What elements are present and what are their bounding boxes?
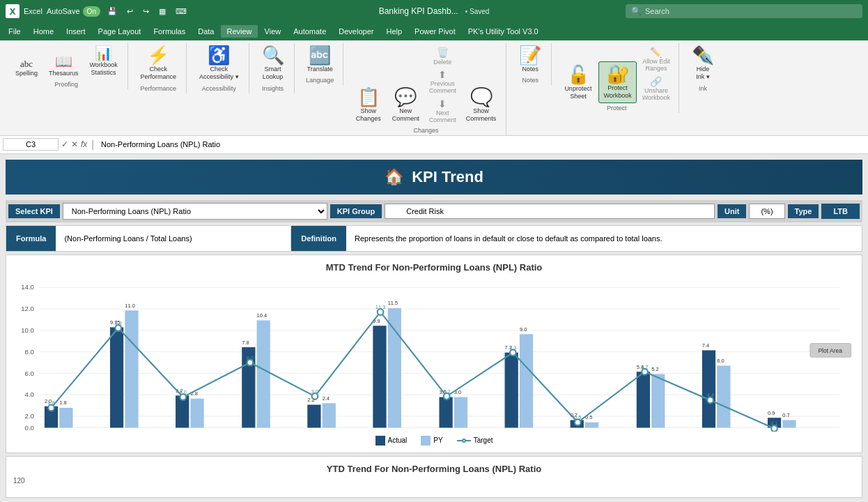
formula-fx-icon[interactable]: fx	[81, 139, 87, 149]
menu-pk-utility[interactable]: PK's Utility Tool V3.0	[463, 25, 544, 38]
ribbon-insights-items: 🔍 SmartLookup	[258, 43, 288, 84]
home-icon[interactable]: 🏠	[385, 168, 403, 186]
ribbon-group-proofing: abc Spelling 📖 Thesaurus 📊 WorkbookStati…	[6, 43, 128, 89]
allow-edit-ranges-icon: ✏️	[650, 47, 662, 57]
check-performance-icon: ⚡	[147, 46, 169, 64]
kpi-selector[interactable]: Non-Performing Loans (NPL) Ratio	[63, 203, 327, 220]
definition-value: Represents the proportion of loans in de…	[346, 229, 862, 248]
formula-input[interactable]	[98, 139, 865, 150]
svg-text:8.0: 8.0	[247, 354, 254, 360]
svg-rect-52	[520, 334, 533, 427]
menu-review[interactable]: Review	[221, 25, 257, 38]
check-performance-button[interactable]: ⚡ CheckPerformance	[137, 43, 181, 84]
definition-label: Definition	[291, 226, 346, 251]
spelling-label: Spelling	[15, 70, 38, 77]
allow-edit-ranges-button[interactable]: ✏️ Allow EditRanges	[640, 46, 673, 74]
svg-text:4.0: 4.0	[25, 390, 35, 398]
notes-icon: 📝	[519, 46, 541, 64]
svg-rect-17	[59, 407, 72, 427]
unshare-workbook-button[interactable]: 🔗 UnshareWorkbook	[640, 75, 673, 103]
ytd-chart-container: YTD Trend For Non-Performing Loans (NPL)…	[6, 456, 862, 498]
notes-button[interactable]: 📝 Notes	[515, 43, 545, 75]
mtd-chart-svg[interactable]: 14.0 12.0 10.0 8.0 6.0 4.0 2.0 0.0	[13, 278, 855, 432]
autosave-state[interactable]: On	[83, 6, 100, 17]
svg-rect-61	[637, 372, 650, 427]
show-changes-label: ShowChanges	[356, 107, 381, 123]
svg-text:7.8: 7.8	[242, 339, 249, 345]
formula-cell: Formula (Non-Performing Loans / Total Lo…	[6, 226, 291, 251]
search-input[interactable]	[626, 4, 862, 18]
legend-py-box	[421, 436, 431, 446]
menu-automate[interactable]: Automate	[288, 25, 332, 38]
ribbon-protect-items: 🔓 UnprotectSheet 🔐 ProtectWorkbook ✏️ Al…	[560, 43, 673, 103]
next-comment-label: NextComment	[429, 110, 456, 124]
svg-rect-67	[717, 365, 730, 427]
previous-comment-button[interactable]: ⬆ PreviousComment	[426, 68, 459, 96]
formula-value: (Non-Performing Loans / Total Loans)	[56, 229, 291, 248]
svg-text:1.8: 1.8	[59, 400, 66, 406]
svg-rect-66	[702, 350, 715, 427]
mtd-chart-title: MTD Trend For Non-Performing Loans (NPL)…	[13, 262, 855, 273]
ribbon-group-changes: 📋 ShowChanges 💬 NewComment 🗑️ Delete ⬆ P…	[346, 43, 507, 135]
menu-data[interactable]: Data	[192, 25, 219, 38]
menu-page-layout[interactable]: Page Layout	[93, 25, 147, 38]
svg-text:10.4: 10.4	[257, 312, 268, 319]
formula-cancel-icon[interactable]: ✕	[71, 139, 78, 149]
save-button[interactable]: 💾	[104, 6, 120, 17]
next-comment-button[interactable]: ⬇ NextComment	[426, 98, 459, 126]
more-tools-button[interactable]: ⌨	[173, 6, 189, 17]
excel-icon: X	[6, 4, 20, 18]
delete-comment-button[interactable]: 🗑️ Delete	[426, 46, 459, 67]
spelling-icon: abc	[20, 59, 33, 68]
redo-button[interactable]: ↪	[140, 6, 152, 17]
protect-group-label: Protect	[607, 105, 627, 112]
unit-label: Unit	[718, 204, 746, 218]
workbook-stats-label: WorkbookStatistics	[89, 61, 117, 77]
check-accessibility-button[interactable]: ♿ CheckAccessibility ▾	[195, 43, 243, 84]
kpi-controls: Select KPI Non-Performing Loans (NPL) Ra…	[6, 200, 862, 222]
svg-rect-32	[257, 320, 270, 427]
menu-home[interactable]: Home	[28, 25, 59, 38]
menu-developer[interactable]: Developer	[333, 25, 379, 38]
menu-file[interactable]: File	[3, 25, 26, 38]
menu-bar: File Home Insert Page Layout Formulas Da…	[0, 22, 868, 40]
previous-comment-icon: ⬆	[438, 70, 447, 79]
type-value: LTB	[821, 204, 860, 219]
protect-workbook-button[interactable]: 🔐 ProtectWorkbook	[598, 61, 636, 103]
svg-text:2.4: 2.4	[323, 395, 330, 401]
menu-view[interactable]: View	[259, 25, 287, 38]
cell-reference[interactable]	[3, 138, 59, 151]
undo-button[interactable]: ↩	[124, 6, 136, 17]
mtd-chart-wrap[interactable]: 14.0 12.0 10.0 8.0 6.0 4.0 2.0 0.0	[13, 278, 855, 432]
svg-text:0.9: 0.9	[768, 409, 775, 416]
new-comment-button[interactable]: 💬 NewComment	[388, 85, 424, 126]
show-comments-label: ShowComments	[466, 107, 497, 123]
protect-workbook-icon: 🔐	[607, 65, 629, 83]
workbook-stats-button[interactable]: 📊 WorkbookStatistics	[86, 43, 122, 79]
menu-power-pivot[interactable]: Power Pivot	[409, 25, 461, 38]
layout-button[interactable]: ▦	[156, 6, 169, 17]
search-icon: 🔍	[631, 6, 642, 16]
formula-check-icon[interactable]: ✓	[61, 139, 68, 149]
check-accessibility-icon: ♿	[208, 46, 230, 64]
show-changes-button[interactable]: 📋 ShowChanges	[352, 85, 385, 126]
title-bar-center: Banking KPI Dashb... • Saved	[293, 6, 575, 16]
show-comments-icon: 🗨️	[470, 88, 493, 106]
legend-target: Target	[457, 436, 493, 444]
menu-help[interactable]: Help	[380, 25, 408, 38]
spelling-button[interactable]: abc Spelling	[11, 56, 42, 79]
title-bar-left: X Excel AutoSave On 💾 ↩ ↪ ▦ ⌨	[6, 4, 288, 18]
autosave-toggle[interactable]: AutoSave On	[47, 6, 100, 17]
hide-ink-button[interactable]: ✒️ HideInk ▾	[688, 43, 718, 84]
menu-formulas[interactable]: Formulas	[148, 25, 191, 38]
svg-text:0.5: 0.5	[574, 414, 581, 420]
svg-rect-37	[323, 403, 336, 427]
unprotect-sheet-button[interactable]: 🔓 UnprotectSheet	[560, 63, 596, 103]
menu-insert[interactable]: Insert	[61, 25, 91, 38]
thesaurus-button[interactable]: 📖 Thesaurus	[45, 52, 83, 79]
show-comments-button[interactable]: 🗨️ ShowComments	[462, 85, 501, 126]
translate-button[interactable]: 🔤 Translate	[303, 43, 337, 75]
smart-lookup-button[interactable]: 🔍 SmartLookup	[258, 43, 288, 84]
smart-lookup-icon: 🔍	[262, 46, 284, 64]
formula-label: Formula	[6, 226, 56, 251]
